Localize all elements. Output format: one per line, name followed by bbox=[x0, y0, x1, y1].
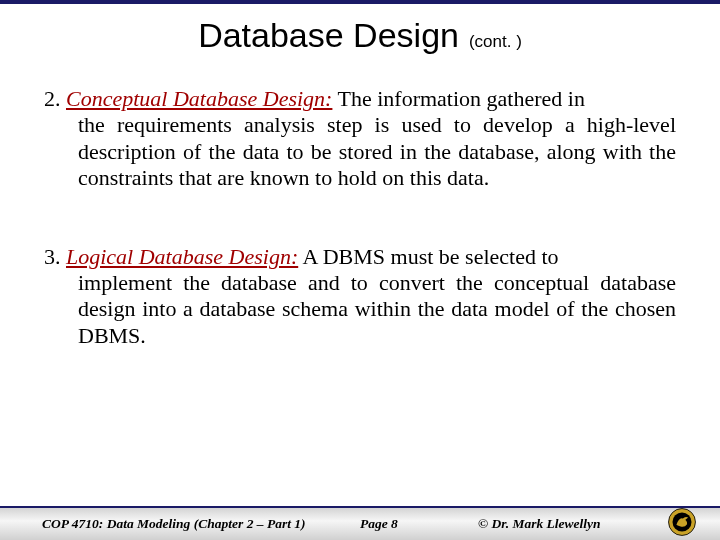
title-main: Database Design bbox=[198, 16, 459, 54]
item-number: 3. bbox=[44, 244, 66, 269]
item-term: Conceptual Database Design: bbox=[66, 86, 332, 111]
slide: Database Design (cont. ) 2. Conceptual D… bbox=[0, 0, 720, 540]
footer-bar: COP 4710: Data Modeling (Chapter 2 – Par… bbox=[0, 506, 720, 540]
title-continued: (cont. ) bbox=[469, 32, 522, 51]
slide-title: Database Design (cont. ) bbox=[0, 16, 720, 55]
top-accent-bar bbox=[0, 0, 720, 4]
item-term: Logical Database Design: bbox=[66, 244, 298, 269]
list-item: 3. Logical Database Design: A DBMS must … bbox=[44, 244, 676, 350]
item-first-rest: A DBMS must be selected to bbox=[298, 244, 558, 269]
ucf-pegasus-icon bbox=[668, 508, 696, 536]
footer-page: Page 8 bbox=[360, 516, 398, 532]
list-item: 2. Conceptual Database Design: The infor… bbox=[44, 86, 676, 192]
content-area: 2. Conceptual Database Design: The infor… bbox=[44, 86, 676, 389]
item-first-rest: The information gathered in bbox=[332, 86, 585, 111]
footer-copyright: © Dr. Mark Llewellyn bbox=[478, 516, 601, 532]
footer-course: COP 4710: Data Modeling (Chapter 2 – Par… bbox=[42, 516, 306, 532]
item-first-line: 3. Logical Database Design: A DBMS must … bbox=[44, 244, 676, 270]
item-first-line: 2. Conceptual Database Design: The infor… bbox=[44, 86, 676, 112]
item-body: the requirements analysis step is used t… bbox=[44, 112, 676, 191]
item-number: 2. bbox=[44, 86, 66, 111]
item-body: implement the database and to convert th… bbox=[44, 270, 676, 349]
